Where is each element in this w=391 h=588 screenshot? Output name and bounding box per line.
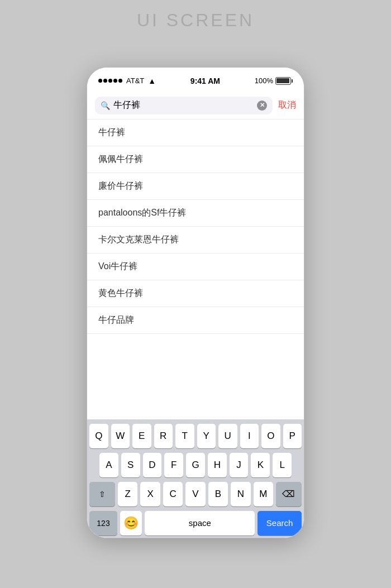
keyboard: Q W E R T Y U I O P A S D F G H J K: [87, 419, 304, 538]
list-item[interactable]: pantaloons的Sf牛仔裤: [87, 200, 304, 227]
key-backspace[interactable]: ⌫: [276, 482, 302, 506]
list-item[interactable]: Voi牛仔裤: [87, 254, 304, 280]
battery-body: [275, 77, 291, 85]
keyboard-row-1: Q W E R T Y U I O P: [89, 424, 302, 448]
carrier-label: AT&T: [126, 77, 144, 85]
key-z[interactable]: Z: [118, 482, 137, 506]
search-icon: 🔍: [101, 101, 110, 110]
search-bar-container: 🔍 ✕ 取消: [87, 92, 304, 119]
key-k[interactable]: K: [251, 453, 270, 477]
keyboard-row-2: A S D F G H J K L: [89, 453, 302, 477]
signal-dot-4: [113, 79, 117, 83]
key-c[interactable]: C: [163, 482, 183, 506]
key-space[interactable]: space: [145, 511, 255, 536]
key-search[interactable]: Search: [258, 511, 302, 536]
list-item[interactable]: 牛仔裤: [87, 119, 304, 146]
key-w[interactable]: W: [111, 424, 130, 448]
key-emoji[interactable]: 😊: [120, 511, 142, 536]
key-numbers[interactable]: 123: [89, 511, 117, 536]
key-d[interactable]: D: [143, 453, 162, 477]
key-b[interactable]: B: [208, 482, 228, 506]
key-t[interactable]: T: [175, 424, 194, 448]
signal-dot-1: [98, 79, 102, 83]
key-y[interactable]: Y: [197, 424, 216, 448]
key-v[interactable]: V: [185, 482, 205, 506]
page-title: UI SCREEN: [137, 10, 254, 31]
battery-percent: 100%: [255, 77, 273, 85]
wifi-icon: ▲: [148, 77, 156, 85]
key-n[interactable]: N: [231, 482, 250, 506]
keyboard-row-3: ⇧ Z X C V B N M ⌫: [89, 482, 302, 506]
key-f[interactable]: F: [164, 453, 183, 477]
key-e[interactable]: E: [132, 424, 151, 448]
key-l[interactable]: L: [273, 453, 292, 477]
keyboard-row-4: 123 😊 space Search: [89, 511, 302, 536]
key-q[interactable]: Q: [89, 424, 108, 448]
signal-dots: [98, 79, 122, 83]
status-right: 100%: [255, 77, 293, 85]
list-item[interactable]: 廉价牛仔裤: [87, 173, 304, 200]
key-o[interactable]: O: [261, 424, 280, 448]
list-item[interactable]: 卡尔文克莱恩牛仔裤: [87, 227, 304, 254]
key-x[interactable]: X: [140, 482, 160, 506]
battery-icon: [275, 77, 293, 85]
status-time: 9:41 AM: [190, 77, 220, 85]
key-j[interactable]: J: [230, 453, 249, 477]
signal-dot-5: [118, 79, 122, 83]
status-left: AT&T ▲: [98, 77, 156, 85]
content-area: 🔍 ✕ 取消 牛仔裤 佩佩牛仔裤 廉价牛仔裤 pantaloons的Sf牛仔裤 …: [87, 92, 304, 538]
battery-tip: [292, 79, 293, 83]
signal-dot-2: [103, 79, 107, 83]
key-a[interactable]: A: [99, 453, 118, 477]
search-input-wrapper[interactable]: 🔍 ✕: [95, 97, 273, 114]
search-input[interactable]: [113, 101, 254, 111]
signal-dot-3: [108, 79, 112, 83]
key-u[interactable]: U: [218, 424, 237, 448]
list-item[interactable]: 佩佩牛仔裤: [87, 146, 304, 173]
suggestions-list: 牛仔裤 佩佩牛仔裤 廉价牛仔裤 pantaloons的Sf牛仔裤 卡尔文克莱恩牛…: [87, 119, 304, 334]
battery-fill: [276, 78, 289, 83]
key-g[interactable]: G: [186, 453, 205, 477]
key-r[interactable]: R: [154, 424, 173, 448]
key-s[interactable]: S: [121, 453, 140, 477]
status-bar: AT&T ▲ 9:41 AM 100%: [87, 68, 304, 92]
key-p[interactable]: P: [283, 424, 302, 448]
list-item[interactable]: 黄色牛仔裤: [87, 280, 304, 307]
phone-frame: AT&T ▲ 9:41 AM 100% 🔍 ✕ 取消: [87, 67, 304, 538]
key-h[interactable]: H: [208, 453, 227, 477]
cancel-button[interactable]: 取消: [278, 99, 296, 111]
clear-button[interactable]: ✕: [257, 101, 267, 111]
list-item[interactable]: 牛仔品牌: [87, 307, 304, 334]
key-shift[interactable]: ⇧: [89, 482, 115, 506]
key-m[interactable]: M: [254, 482, 273, 506]
key-i[interactable]: I: [240, 424, 259, 448]
